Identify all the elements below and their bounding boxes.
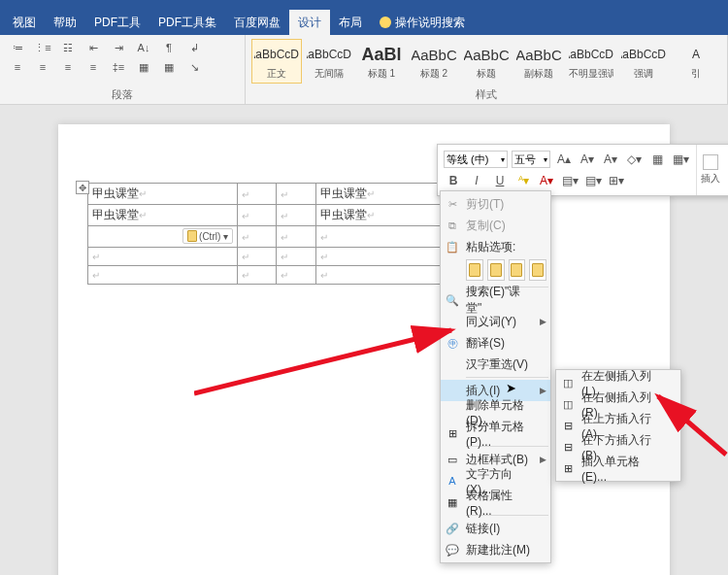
- table-cell[interactable]: ↵: [277, 184, 315, 205]
- paste-merge[interactable]: [487, 259, 505, 281]
- tab-pdf-toolset[interactable]: PDF工具集: [149, 10, 225, 35]
- ctx-search[interactable]: 🔍搜索(E)"课堂": [441, 289, 550, 311]
- table-cell[interactable]: ↵: [277, 205, 315, 226]
- tab-view[interactable]: 视图: [4, 10, 45, 35]
- style-item-2[interactable]: AaBl标题 1: [356, 39, 407, 84]
- table-menu-button[interactable]: ▦▾: [671, 151, 690, 168]
- style-item-3[interactable]: AaBbC标题 2: [409, 39, 459, 84]
- context-menu: ✂剪切(T) ⧉复制(C) 📋粘贴选项: 🔍搜索(E)"课堂" 同义词(Y)▶ …: [440, 190, 551, 563]
- col-left-icon: ◫: [560, 375, 576, 390]
- style-item-8[interactable]: A引: [671, 39, 721, 84]
- style-item-4[interactable]: AaBbC标题: [461, 39, 512, 84]
- ribbon: ≔ ⋮≡ ☷ ⇤ ⇥ A↓ ¶ ↲ ≡ ≡ ≡ ≡ ‡≡ ▦ ▦ ↘ 段落 Aa…: [0, 35, 728, 105]
- table-cell[interactable]: ↵: [88, 248, 238, 266]
- styles-button[interactable]: ◇▾: [624, 151, 644, 168]
- paste-picture[interactable]: [509, 259, 526, 281]
- line-spacing-button[interactable]: ‡≡: [107, 58, 130, 76]
- paste-icon: 📋: [445, 239, 460, 254]
- indent-dec-button[interactable]: ⇤: [82, 39, 105, 56]
- borders-mini-button[interactable]: ⊞▾: [607, 172, 626, 189]
- group-styles: AaBbCcDd正文AaBbCcDd无间隔AaBl标题 1AaBbC标题 2Aa…: [246, 35, 728, 104]
- sort-button[interactable]: A↓: [132, 39, 155, 56]
- ctx-synonym[interactable]: 同义词(Y)▶: [441, 311, 550, 332]
- format-painter-button[interactable]: A▾: [601, 151, 620, 168]
- tab-help[interactable]: 帮助: [45, 10, 85, 35]
- table-cell[interactable]: ↵: [277, 248, 315, 266]
- table-cell[interactable]: ↵: [238, 226, 277, 248]
- table-cell[interactable]: ↵: [238, 184, 277, 205]
- insert-submenu: ◫在左侧插入列(L) ◫在右侧插入列(R) ⊟在上方插入行(A) ⊟在下方插入行…: [555, 369, 681, 482]
- paste-text[interactable]: [529, 259, 546, 281]
- font-size-select[interactable]: 五号▾: [512, 151, 550, 168]
- ctx-cut[interactable]: ✂剪切(T): [441, 193, 550, 215]
- style-item-5[interactable]: AaBbC副标题: [513, 39, 564, 84]
- ctx-copy[interactable]: ⧉复制(C): [441, 215, 550, 236]
- paste-keep-source[interactable]: [466, 259, 483, 281]
- align-center-button[interactable]: ≡: [31, 58, 54, 76]
- table-cell[interactable]: ↵: [238, 266, 277, 285]
- mini-toolbar: 等线 (中)▾ 五号▾ A▴ A▾ A▾ ◇▾ ▦ ▦▾ B I U ᴬ▾ A▾…: [437, 144, 728, 196]
- shrink-font-button[interactable]: A▾: [578, 151, 597, 168]
- shading-button[interactable]: ▦: [132, 58, 155, 76]
- table-cell[interactable]: 甲虫课堂↵: [88, 184, 238, 205]
- ltr-button[interactable]: ¶: [157, 39, 181, 56]
- tab-layout[interactable]: 布局: [330, 10, 371, 35]
- delete-button[interactable]: ✖删除: [724, 145, 728, 195]
- bold-button[interactable]: B: [444, 172, 463, 189]
- underline-button[interactable]: U: [490, 172, 510, 189]
- para-dialog-button[interactable]: ↘: [182, 58, 206, 76]
- ctx-new-comment[interactable]: 💬新建批注(M): [441, 539, 550, 560]
- cells-icon: ⊞: [560, 460, 576, 476]
- indent-inc-button[interactable]: ⇥: [107, 39, 130, 56]
- paste-options-pill[interactable]: (Ctrl) ▾: [182, 228, 233, 244]
- paste-options-row: [441, 257, 550, 285]
- tab-baidu-netdisk[interactable]: 百度网盘: [225, 10, 289, 35]
- table-cell[interactable]: ↵: [238, 205, 277, 226]
- split-icon: ⊞: [445, 425, 460, 441]
- border-icon: ▭: [445, 452, 460, 467]
- font-name-select[interactable]: 等线 (中)▾: [444, 151, 508, 168]
- row-above-icon: ⊟: [560, 418, 576, 433]
- style-item-0[interactable]: AaBbCcDd正文: [251, 39, 302, 84]
- copy-icon: ⧉: [445, 218, 460, 233]
- borders-button[interactable]: ▦: [157, 58, 181, 76]
- style-item-7[interactable]: AaBbCcDd强调: [618, 39, 669, 84]
- table-cell[interactable]: ↵: [277, 266, 315, 285]
- align-left-button[interactable]: ≡: [6, 58, 29, 76]
- insert-button[interactable]: 插入: [697, 145, 724, 195]
- table-cell[interactable]: (Ctrl) ▾: [88, 226, 238, 248]
- insert-icon: [703, 154, 718, 170]
- table-button[interactable]: ▦: [647, 151, 667, 168]
- ctx-table-props[interactable]: ▦表格属性(R)...: [441, 491, 550, 513]
- ctx-reconvert[interactable]: 汉字重选(V): [441, 354, 550, 375]
- show-marks-button[interactable]: ↲: [182, 39, 206, 56]
- table-cell[interactable]: ↵: [88, 266, 238, 285]
- merge-button[interactable]: ▤▾: [583, 172, 603, 189]
- align-justify-button[interactable]: ≡: [82, 58, 105, 76]
- italic-button[interactable]: I: [467, 172, 486, 189]
- ribbon-tabs: 视图 帮助 PDF工具 PDF工具集 百度网盘 设计 布局 操作说明搜索: [0, 10, 728, 35]
- styles-gallery[interactable]: AaBbCcDd正文AaBbCcDd无间隔AaBl标题 1AaBbC标题 2Aa…: [251, 39, 721, 84]
- ctx-translate[interactable]: ㊥翻译(S): [441, 332, 550, 354]
- highlight-button[interactable]: ᴬ▾: [513, 172, 533, 189]
- grow-font-button[interactable]: A▴: [554, 151, 574, 168]
- table-cell[interactable]: ↵: [238, 248, 277, 266]
- tab-design[interactable]: 设计: [289, 10, 330, 35]
- bullets-button[interactable]: ≔: [6, 39, 29, 56]
- style-item-6[interactable]: AaBbCcDd不明显强调: [566, 39, 616, 84]
- align-button[interactable]: ▤▾: [560, 172, 579, 189]
- align-right-button[interactable]: ≡: [56, 58, 80, 76]
- translate-icon: ㊥: [445, 335, 460, 351]
- ctx-split-cells[interactable]: ⊞拆分单元格(P)...: [441, 423, 550, 444]
- table-cell[interactable]: 甲虫课堂↵: [88, 205, 238, 226]
- multilevel-button[interactable]: ☷: [56, 39, 80, 56]
- tell-me[interactable]: 操作说明搜索: [371, 10, 474, 35]
- font-color-button[interactable]: A▾: [537, 172, 556, 189]
- group-label-paragraph: 段落: [6, 85, 239, 102]
- table-cell[interactable]: ↵: [277, 226, 315, 248]
- tab-pdf-tools[interactable]: PDF工具: [85, 10, 149, 35]
- ctx-link[interactable]: 🔗链接(I): [441, 518, 550, 539]
- style-item-1[interactable]: AaBbCcDd无间隔: [304, 39, 354, 84]
- numbering-button[interactable]: ⋮≡: [31, 39, 54, 56]
- sub-insert-cells[interactable]: ⊞插入单元格(E)...: [556, 457, 680, 479]
